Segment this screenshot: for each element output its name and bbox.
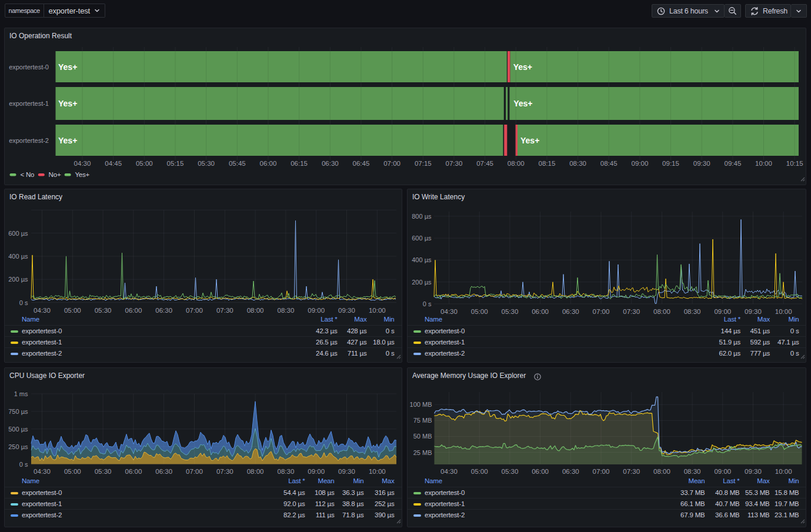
svg-text:06:00: 06:00	[125, 468, 142, 475]
svg-text:08:30: 08:30	[569, 160, 586, 167]
svg-text:06:30: 06:30	[155, 307, 172, 314]
svg-text:09:30: 09:30	[745, 468, 762, 475]
svg-text:09:30: 09:30	[338, 468, 355, 475]
svg-text:600 µs: 600 µs	[412, 235, 432, 242]
svg-text:800 µs: 800 µs	[412, 213, 432, 220]
svg-text:05:15: 05:15	[167, 160, 184, 167]
svg-text:09:15: 09:15	[662, 160, 679, 167]
svg-text:10:00: 10:00	[755, 160, 772, 167]
svg-text:200 µs: 200 µs	[8, 276, 28, 283]
svg-text:0 s: 0 s	[19, 461, 28, 468]
svg-text:08:00: 08:00	[247, 468, 264, 475]
svg-text:08:30: 08:30	[278, 468, 295, 475]
svg-text:09:00: 09:00	[308, 307, 325, 314]
svg-text:07:15: 07:15	[415, 160, 432, 167]
svg-text:05:30: 05:30	[95, 468, 112, 475]
svg-text:07:00: 07:00	[186, 307, 203, 314]
svg-text:08:00: 08:00	[247, 307, 264, 314]
svg-text:Yes+: Yes+	[75, 171, 89, 178]
svg-text:06:00: 06:00	[532, 468, 549, 475]
svg-text:09:00: 09:00	[308, 468, 325, 475]
svg-text:250 µs: 250 µs	[8, 443, 28, 450]
svg-text:Yes+: Yes+	[520, 136, 539, 145]
svg-text:09:00: 09:00	[632, 160, 649, 167]
svg-text:Yes+: Yes+	[513, 62, 532, 72]
svg-text:No+: No+	[49, 171, 61, 178]
svg-text:exportertest-1: exportertest-1	[9, 100, 49, 107]
svg-text:06:30: 06:30	[155, 468, 172, 475]
svg-text:200 µs: 200 µs	[412, 279, 432, 286]
svg-text:05:00: 05:00	[64, 468, 81, 475]
svg-text:06:45: 06:45	[353, 160, 370, 167]
svg-text:600 µs: 600 µs	[8, 230, 28, 237]
svg-text:07:30: 07:30	[216, 468, 233, 475]
svg-text:10:15: 10:15	[786, 160, 803, 167]
svg-text:06:15: 06:15	[291, 160, 308, 167]
svg-text:04:30: 04:30	[440, 468, 458, 475]
svg-text:05:45: 05:45	[229, 160, 246, 167]
svg-text:04:30: 04:30	[74, 160, 91, 167]
svg-text:07:45: 07:45	[476, 160, 493, 167]
svg-text:Yes+: Yes+	[58, 62, 77, 72]
svg-text:06:30: 06:30	[322, 160, 339, 167]
svg-text:09:30: 09:30	[338, 307, 355, 314]
svg-text:09:00: 09:00	[714, 468, 731, 475]
svg-text:05:30: 05:30	[198, 160, 215, 167]
svg-text:0 s: 0 s	[423, 300, 432, 307]
svg-text:07:30: 07:30	[216, 307, 233, 314]
svg-text:1 ms: 1 ms	[14, 390, 28, 397]
svg-text:08:30: 08:30	[684, 468, 701, 475]
svg-text:09:30: 09:30	[693, 160, 710, 167]
svg-text:400 µs: 400 µs	[8, 253, 28, 260]
svg-text:0 s: 0 s	[19, 299, 28, 306]
svg-text:08:15: 08:15	[539, 160, 556, 167]
svg-text:08:00: 08:00	[508, 160, 525, 167]
svg-text:50 MB: 50 MB	[413, 433, 432, 440]
svg-text:10:00: 10:00	[369, 307, 386, 314]
svg-text:75 MB: 75 MB	[413, 417, 432, 424]
svg-text:Yes+: Yes+	[58, 136, 77, 145]
svg-text:04:45: 04:45	[105, 160, 122, 167]
svg-text:10:00: 10:00	[775, 468, 792, 475]
svg-text:Yes+: Yes+	[513, 99, 532, 108]
svg-text:100 MB: 100 MB	[410, 401, 432, 408]
svg-text:05:30: 05:30	[502, 468, 519, 475]
svg-text:07:00: 07:00	[186, 468, 203, 475]
svg-text:400 µs: 400 µs	[412, 256, 432, 263]
svg-text:25 MB: 25 MB	[413, 449, 432, 456]
svg-text:Yes+: Yes+	[58, 99, 77, 108]
svg-text:09:45: 09:45	[725, 160, 742, 167]
svg-text:07:00: 07:00	[383, 160, 401, 167]
svg-text:04:30: 04:30	[34, 468, 51, 475]
svg-text:05:00: 05:00	[64, 307, 81, 314]
svg-text:500 µs: 500 µs	[8, 426, 28, 433]
svg-text:05:00: 05:00	[136, 160, 153, 167]
svg-text:07:30: 07:30	[623, 468, 640, 475]
svg-text:750 µs: 750 µs	[8, 408, 28, 415]
svg-text:08:00: 08:00	[653, 468, 670, 475]
svg-text:exportertest-2: exportertest-2	[9, 137, 49, 144]
svg-text:07:00: 07:00	[593, 468, 610, 475]
svg-text:06:30: 06:30	[562, 468, 579, 475]
svg-text:10:00: 10:00	[369, 468, 386, 475]
svg-text:06:00: 06:00	[260, 160, 277, 167]
svg-text:< No: < No	[21, 171, 35, 178]
svg-text:exportertest-0: exportertest-0	[9, 63, 49, 71]
svg-text:04:30: 04:30	[34, 307, 51, 314]
svg-text:05:30: 05:30	[95, 307, 112, 314]
svg-text:08:45: 08:45	[600, 160, 618, 167]
svg-text:08:30: 08:30	[278, 307, 295, 314]
svg-text:07:30: 07:30	[446, 160, 463, 167]
svg-text:05:00: 05:00	[471, 468, 488, 475]
svg-text:06:00: 06:00	[125, 307, 142, 314]
